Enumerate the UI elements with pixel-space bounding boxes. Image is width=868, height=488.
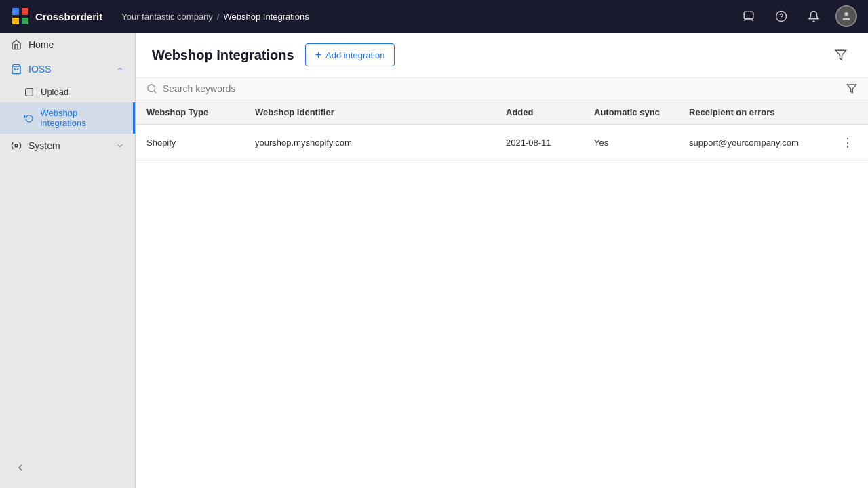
breadcrumb-separator: / [217,12,220,22]
sidebar-item-system[interactable]: System [0,134,135,158]
breadcrumb: Your fantastic company / Webshop Integra… [121,12,730,22]
search-icon [146,83,157,94]
table-header-row: Webshop Type Webshop Identifier Added Au… [136,100,868,125]
svg-rect-9 [26,88,33,96]
sidebar-item-upload[interactable]: Upload [0,81,135,102]
sidebar-item-webshop-integrations[interactable]: Webshop integrations [0,102,135,134]
add-integration-label: Add integration [326,50,384,60]
system-chevron-down-icon [116,142,124,150]
user-avatar[interactable] [835,5,857,27]
help-icon-button[interactable] [770,5,792,27]
page-header: Webshop Integrations + Add integration [136,33,868,78]
sidebar-item-ioss-label: IOSS [28,64,51,75]
avatar-icon [841,11,852,22]
sidebar-collapse-button[interactable] [11,458,30,477]
header-filter-button[interactable] [830,44,852,66]
col-header-type: Webshop Type [136,100,244,125]
top-navigation: Crossborderit Your fantastic company / W… [0,0,868,33]
cell-actions: ⋮ [827,125,868,161]
col-header-added: Added [495,100,583,125]
system-gear-icon [11,140,22,151]
svg-rect-4 [744,12,753,19]
table-container: Webshop Type Webshop Identifier Added Au… [136,100,868,488]
sidebar-item-upload-label: Upload [41,87,68,97]
svg-rect-0 [12,8,19,15]
svg-line-13 [154,91,156,93]
help-icon [775,10,787,22]
svg-rect-1 [22,8,28,15]
svg-point-10 [15,144,18,147]
row-actions-button[interactable]: ⋮ [838,133,857,152]
sidebar: Home IOSS Upload Webshop integrations [0,33,136,488]
upload-icon [24,87,34,97]
brand-logo[interactable]: Crossborderit [11,7,102,26]
sidebar-item-system-label: System [28,140,60,151]
table-body: Shopify yourshop.myshopify.com 2021-08-1… [136,125,868,161]
search-filter-icon [846,83,857,94]
collapse-icon [15,462,26,473]
cell-type: Shopify [136,125,244,161]
logo-icon [11,7,30,26]
topnav-actions [738,5,857,27]
search-bar [136,78,868,100]
brand-name: Crossborderit [35,11,102,22]
sidebar-item-ioss[interactable]: IOSS [0,57,135,81]
webshop-sync-icon [24,113,33,123]
svg-rect-3 [22,18,28,24]
add-integration-plus-icon: + [315,49,321,61]
col-header-actions [827,100,868,125]
app-body: Home IOSS Upload Webshop integrations [0,33,868,488]
search-filter-button[interactable] [846,83,857,94]
svg-marker-14 [847,85,856,93]
col-header-identifier: Webshop Identifier [244,100,495,125]
svg-rect-2 [12,18,19,24]
svg-marker-11 [836,50,846,60]
ioss-icon [11,64,22,75]
svg-point-12 [148,85,155,92]
cell-identifier: yourshop.myshopify.com [244,125,495,161]
ioss-chevron-up-icon [116,65,124,73]
cell-sync: Yes [583,125,678,161]
page-title: Webshop Integrations [152,47,294,63]
table-row: Shopify yourshop.myshopify.com 2021-08-1… [136,125,868,161]
col-header-sync: Automatic sync [583,100,678,125]
col-header-recipient: Receipient on errors [678,100,827,125]
support-icon [743,10,755,22]
search-input[interactable] [163,83,841,94]
cell-added: 2021-08-11 [495,125,583,161]
notifications-icon-button[interactable] [803,5,825,27]
bell-icon [808,10,820,22]
support-icon-button[interactable] [738,5,760,27]
sidebar-item-webshop-label: Webshop integrations [40,108,122,128]
sidebar-item-home-label: Home [28,39,54,50]
sidebar-item-home[interactable]: Home [0,33,135,57]
add-integration-button[interactable]: + Add integration [305,43,395,66]
breadcrumb-current: Webshop Integrations [223,12,309,22]
home-icon [11,39,22,50]
integrations-table: Webshop Type Webshop Identifier Added Au… [136,100,868,161]
svg-point-7 [844,12,848,16]
breadcrumb-company: Your fantastic company [121,12,213,22]
cell-recipient: support@yourcompany.com [678,125,827,161]
filter-icon [835,49,847,61]
main-content: Webshop Integrations + Add integration [136,33,868,488]
